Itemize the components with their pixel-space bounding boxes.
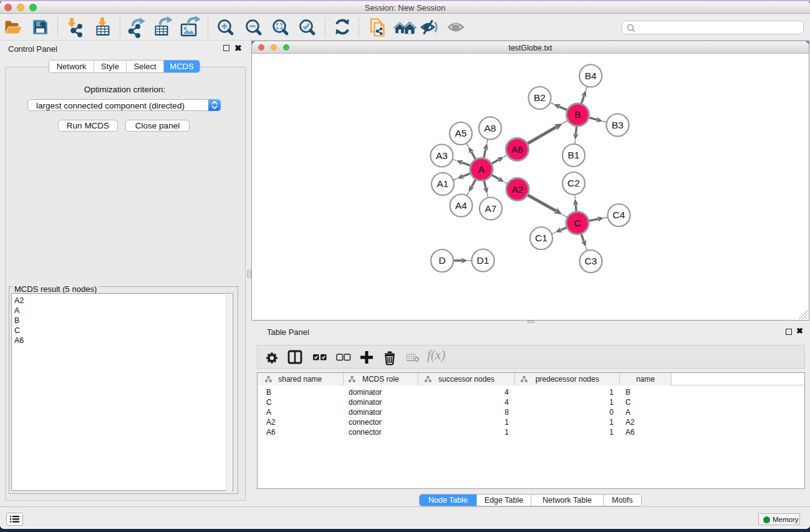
svg-text:B2: B2	[534, 92, 546, 103]
svg-text:A6: A6	[511, 144, 523, 155]
svg-text:D1: D1	[477, 255, 489, 266]
svg-text:A8: A8	[485, 123, 496, 133]
svg-text:C1: C1	[535, 233, 547, 243]
svg-text:C4: C4	[613, 210, 625, 220]
svg-text:B3: B3	[612, 120, 624, 130]
svg-text:C: C	[574, 218, 581, 228]
svg-text:D: D	[438, 255, 445, 266]
svg-text:B1: B1	[568, 150, 580, 160]
svg-text:A7: A7	[485, 203, 497, 214]
svg-text:A2: A2	[512, 184, 524, 195]
svg-text:C2: C2	[567, 178, 580, 188]
svg-text:A3: A3	[436, 150, 448, 161]
svg-text:A4: A4	[455, 200, 467, 211]
svg-text:A1: A1	[437, 178, 449, 189]
svg-text:C3: C3	[585, 256, 597, 266]
svg-text:A: A	[478, 164, 485, 175]
svg-text:B4: B4	[585, 70, 597, 81]
svg-text:B: B	[574, 109, 581, 120]
svg-text:A5: A5	[455, 128, 467, 138]
